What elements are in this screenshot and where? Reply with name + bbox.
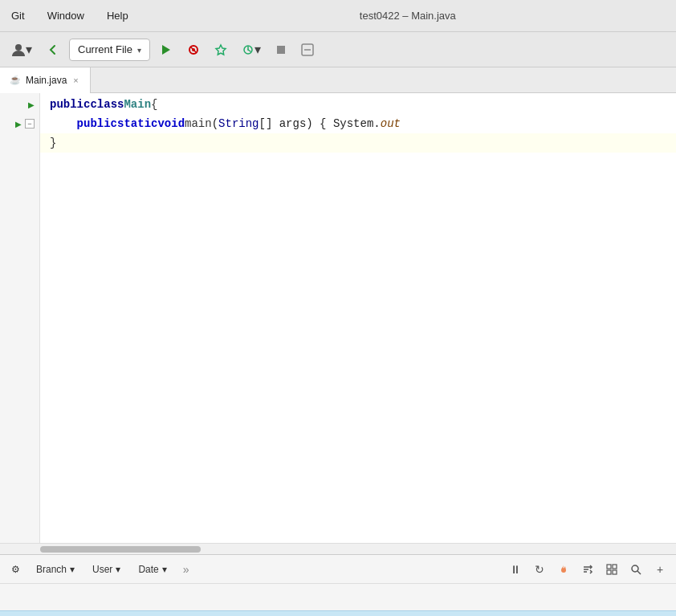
params-start: ( xyxy=(212,117,218,130)
editor-area: ▶ ▶ − public class Main { public static … xyxy=(0,93,676,543)
svg-line-17 xyxy=(637,571,641,574)
user-arrow: ▾ xyxy=(116,564,120,575)
more-icon xyxy=(301,43,314,56)
scrollbar-thumb[interactable] xyxy=(40,546,201,553)
flame-icon xyxy=(558,564,569,575)
settings-button[interactable]: ⚙ xyxy=(6,560,25,579)
keyword-static: static xyxy=(117,117,157,130)
indent-2 xyxy=(50,117,77,130)
user-dropdown[interactable]: User ▾ xyxy=(86,560,127,579)
more-items-button[interactable]: » xyxy=(178,560,196,579)
current-file-arrow xyxy=(137,43,141,55)
type-string: String xyxy=(218,117,259,130)
run-button[interactable] xyxy=(155,39,177,61)
profile-arrow: ▾ xyxy=(26,42,32,57)
refresh-button[interactable]: ↻ xyxy=(530,560,549,579)
stop-icon xyxy=(275,44,287,55)
settings-icon: ⚙ xyxy=(11,564,20,575)
svg-point-16 xyxy=(632,565,638,572)
editor-gutter: ▶ ▶ − xyxy=(0,93,40,543)
more-dots-icon: » xyxy=(183,563,191,576)
flame-button[interactable] xyxy=(554,560,573,579)
more-button[interactable] xyxy=(296,39,319,61)
gutter-row-2: ▶ − xyxy=(0,114,39,133)
date-arrow: ▾ xyxy=(162,564,167,575)
add-icon: + xyxy=(657,563,663,576)
current-file-dropdown[interactable]: Current File xyxy=(69,39,150,61)
add-button[interactable]: + xyxy=(650,560,670,579)
tab-bar: ☕ Main.java × xyxy=(0,67,676,93)
current-file-label: Current File xyxy=(78,43,132,55)
horizontal-scrollbar[interactable] xyxy=(0,543,676,554)
stop-button[interactable] xyxy=(271,39,291,61)
code-line-1: public class Main { xyxy=(40,95,676,114)
branch-dropdown[interactable]: Branch ▾ xyxy=(30,560,81,579)
menu-window[interactable]: Window xyxy=(43,6,89,25)
bug-icon xyxy=(187,43,200,56)
gutter-row-3 xyxy=(0,133,39,153)
svg-point-0 xyxy=(15,44,22,51)
run-icon xyxy=(160,43,173,56)
branch-label: Branch xyxy=(36,564,67,575)
pause-icon: ⏸ xyxy=(510,563,521,576)
sysout-keyword: out xyxy=(381,117,401,130)
svg-rect-13 xyxy=(613,565,617,569)
date-label: Date xyxy=(138,564,158,575)
refresh-icon: ↻ xyxy=(535,563,544,576)
user-label: User xyxy=(92,564,112,575)
pause-button[interactable]: ⏸ xyxy=(506,560,525,579)
code-line-2: public static void main ( String [] args… xyxy=(40,114,676,133)
bottom-panel: ⚙ Branch ▾ User ▾ Date ▾ » ⏸ ↻ xyxy=(0,554,676,610)
profiler-icon xyxy=(242,43,255,56)
profile-button[interactable]: ▾ xyxy=(6,39,37,61)
debug-button[interactable] xyxy=(182,39,205,61)
svg-rect-12 xyxy=(607,565,611,569)
keyword-class: class xyxy=(90,98,124,111)
sort-button[interactable] xyxy=(578,560,597,579)
svg-rect-14 xyxy=(607,570,611,574)
coverage-icon xyxy=(214,43,227,56)
svg-rect-15 xyxy=(613,570,617,574)
svg-rect-6 xyxy=(277,46,285,54)
params-rest: [] args) { System. xyxy=(259,117,381,130)
tab-main-java[interactable]: ☕ Main.java × xyxy=(0,67,91,93)
grid-button[interactable] xyxy=(602,560,621,579)
code-content[interactable]: public class Main { public static void m… xyxy=(40,93,676,543)
brace-open-1: { xyxy=(151,98,157,111)
method-main: main xyxy=(185,117,212,130)
bottom-toolbar: ⚙ Branch ▾ User ▾ Date ▾ » ⏸ ↻ xyxy=(0,555,676,584)
status-bar: 到GitLab origin & master haibo 18 minutes… xyxy=(0,610,676,616)
gutter-row-1: ▶ xyxy=(0,95,39,114)
branch-arrow: ▾ xyxy=(70,564,75,575)
tab-close-button[interactable]: × xyxy=(71,75,79,86)
keyword-public-1: public xyxy=(50,98,90,111)
back-button[interactable] xyxy=(42,39,64,61)
keyword-public-2: public xyxy=(77,117,117,130)
run-line-2-button[interactable]: ▶ xyxy=(15,120,22,129)
menu-git[interactable]: Git xyxy=(6,6,30,25)
sort-icon xyxy=(582,564,593,575)
back-icon xyxy=(47,43,59,56)
run-line-1-button[interactable]: ▶ xyxy=(28,100,35,109)
brace-close-1: } xyxy=(50,137,56,149)
svg-line-4 xyxy=(190,47,197,53)
java-file-icon: ☕ xyxy=(10,75,21,85)
coverage-button[interactable] xyxy=(210,39,232,61)
profiler-arrow: ▾ xyxy=(255,42,261,57)
profiler-button[interactable]: ▾ xyxy=(237,39,266,61)
grid-icon xyxy=(606,564,617,575)
keyword-void: void xyxy=(157,117,185,130)
code-line-3: } xyxy=(40,133,676,153)
fold-line-2-button[interactable]: − xyxy=(25,119,35,129)
tab-label: Main.java xyxy=(26,75,67,86)
classname-main: Main xyxy=(124,98,151,111)
menu-bar: Git Window Help test0422 – Main.java xyxy=(0,0,676,32)
search-icon xyxy=(630,564,641,575)
menu-help[interactable]: Help xyxy=(102,6,133,25)
window-title: test0422 – Main.java xyxy=(360,10,456,22)
svg-marker-1 xyxy=(162,45,170,55)
search-button[interactable] xyxy=(626,560,645,579)
date-dropdown[interactable]: Date ▾ xyxy=(132,560,173,579)
user-icon xyxy=(11,43,26,57)
toolbar: ▾ Current File xyxy=(0,32,676,67)
